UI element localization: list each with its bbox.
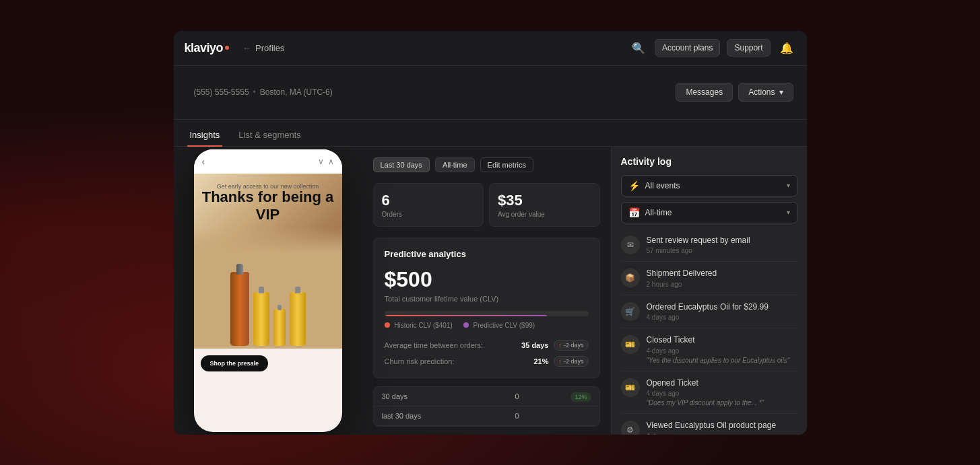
logo-dot [225, 46, 229, 50]
activity-item-order: 🛒 Ordered Eucalyptus Oil for $29.99 4 da… [621, 295, 797, 329]
legend-predictive-label: Predictive CLV ($99) [473, 322, 535, 329]
churn-value: 21% [533, 357, 548, 365]
clv-legend: Historic CLV ($401) Predictive CLV ($99) [385, 322, 589, 329]
alltime-dropdown[interactable]: 📅 All-time ▾ [621, 202, 797, 223]
event-text: Shipment Delivered [647, 269, 797, 279]
search-icon[interactable]: 🔍 [629, 39, 648, 57]
stats-row: Average time between orders: 35 days ↑ -… [385, 340, 589, 367]
profiles-link[interactable]: Profiles [255, 43, 284, 53]
nav-icons: 🔍 Account plans Support 🔔 [629, 39, 795, 57]
legend-historic-label: Historic CLV ($401) [394, 322, 453, 329]
ticket-icon: 🎫 [621, 335, 640, 354]
event-text: Viewed Eucalyptus Oil product page [647, 421, 797, 431]
all-events-label: All events [645, 181, 680, 190]
main-content: ‹ ∨ ∧ Get early access to our new collec… [174, 147, 807, 435]
legend-predictive: Predictive CLV ($99) [463, 322, 535, 329]
predictive-card: Predictive analytics $500 Total customer… [373, 238, 600, 378]
profile-location: Boston, MA (UTC-6) [260, 87, 333, 97]
bottle-med-2 [290, 292, 306, 346]
profile-phone: (555) 555-5555 [194, 87, 249, 97]
avg-order-value: $35 [498, 192, 591, 209]
back-arrow[interactable]: ← [242, 43, 251, 53]
ticket-open-icon: 🎫 [621, 378, 640, 397]
phone-headline: Thanks for being a VIP [201, 188, 335, 224]
chevron-down-icon: ▾ [787, 182, 790, 189]
tab-list-segments[interactable]: List & segments [236, 124, 304, 147]
phone-nav: ∨ ∧ [318, 157, 334, 166]
email-icon: ✉ [621, 236, 640, 254]
chevron-down-icon: ∨ [318, 157, 324, 166]
phone-top-bar: ‹ ∨ ∧ [194, 149, 342, 174]
predictive-title: Predictive analytics [385, 249, 589, 259]
actions-arrow-icon: ▾ [779, 87, 783, 97]
profile-info: (555) 555-5555 • Boston, MA (UTC-6) [194, 87, 333, 97]
table-area: 30 days 0 12% last 30 days 0 [373, 386, 600, 427]
support-button[interactable]: Support [727, 39, 770, 57]
metric-orders: 6 Orders [373, 183, 484, 227]
tabs-bar: Insights List & segments [174, 120, 807, 147]
event-time: 57 minutes ago [647, 247, 797, 254]
activity-log-title: Activity log [621, 156, 797, 167]
avg-time-value: 35 days [521, 341, 548, 349]
metric-avg-order: $35 Avg order value [489, 183, 600, 227]
edit-metrics-button[interactable]: Edit metrics [480, 157, 533, 172]
bell-icon[interactable]: 🔔 [777, 39, 796, 57]
percent-badge: 12% [570, 392, 591, 402]
event-text: Sent review request by email [647, 236, 797, 246]
legend-historic-dot [385, 322, 390, 328]
legend-predictive-dot [463, 322, 469, 328]
chevron-up-icon: ∧ [328, 157, 334, 166]
logo-text: klaviyo [185, 41, 224, 55]
clv-value: $500 [385, 267, 589, 292]
calendar-icon: 📅 [628, 207, 640, 218]
phone-cta-button[interactable]: Shop the presale [201, 355, 269, 371]
right-panel: Activity log ⚡ All events ▾ 📅 All-time ▾… [612, 147, 807, 435]
header-actions: Messages Actions ▾ [676, 83, 793, 102]
activity-item-closed-ticket: 🎫 Closed Ticket 4 days ago "Yes the disc… [621, 328, 797, 371]
center-panel: Last 30 days All-time Edit metrics 6 Ord… [362, 147, 612, 435]
activity-item-shipment: 📦 Shipment Delivered 2 hours ago [621, 262, 797, 295]
phone-bottles [194, 227, 342, 349]
event-time: 2 hours ago [647, 281, 797, 288]
profile-meta: (555) 555-5555 • Boston, MA (UTC-6) [194, 87, 333, 97]
chevron-down-icon-2: ▾ [787, 209, 790, 216]
churn-trend-icon: ↑ [558, 358, 562, 365]
actions-label: Actions [748, 87, 775, 97]
churn-row: Churn risk prediction: 21% ↑ -2 days [385, 356, 589, 367]
activity-item-review: ✉ Sent review request by email 57 minute… [621, 229, 797, 262]
event-time: 4 days ago [647, 347, 797, 355]
orders-value: 6 [382, 192, 476, 209]
tab-insights[interactable]: Insights [187, 124, 223, 147]
avg-time-badge: ↑ -2 days [554, 340, 588, 351]
last30-filter-button[interactable]: Last 30 days [373, 157, 430, 172]
shipment-icon: 📦 [621, 269, 640, 287]
event-quote: "Yes the discount applies to our Eucalyp… [647, 357, 797, 364]
clv-bar-historic [385, 315, 548, 316]
alltime-filter-button[interactable]: All-time [435, 157, 475, 172]
event-time: 4 days ago [647, 390, 797, 397]
event-time: 4 days ago [647, 314, 797, 321]
events-filter-icon: ⚡ [628, 180, 640, 191]
activity-list: ✉ Sent review request by email 57 minute… [621, 229, 797, 435]
bottle-med [253, 292, 269, 346]
filter-row: Last 30 days All-time Edit metrics [373, 157, 600, 172]
app-window: klaviyo ← Profiles 🔍 Account plans Suppo… [174, 31, 807, 435]
all-events-dropdown[interactable]: ⚡ All events ▾ [621, 175, 797, 196]
phone-back-button[interactable]: ‹ [202, 156, 205, 167]
orders-label: Orders [382, 211, 476, 218]
messages-button[interactable]: Messages [676, 83, 733, 102]
table-row: 30 days 0 12% [374, 387, 599, 406]
clv-bar-container [385, 311, 589, 316]
actions-button[interactable]: Actions ▾ [738, 83, 793, 102]
account-plans-button[interactable]: Account plans [655, 39, 720, 57]
clv-label: Total customer lifetime value (CLV) [385, 295, 589, 303]
event-time: 4 days ago [647, 433, 797, 434]
legend-historic: Historic CLV ($401) [385, 322, 453, 329]
event-text: Ordered Eucalyptus Oil for $29.99 [647, 302, 797, 313]
breadcrumb: ← Profiles [242, 43, 284, 53]
activity-item-opened-ticket: 🎫 Opened Ticket 4 days ago "Does my VIP … [621, 371, 797, 415]
phone-image-area: Get early access to our new collection T… [194, 174, 342, 349]
churn-label: Churn risk prediction: [385, 357, 455, 365]
left-panel: ‹ ∨ ∧ Get early access to our new collec… [174, 147, 362, 435]
avg-time-row: Average time between orders: 35 days ↑ -… [385, 340, 589, 351]
